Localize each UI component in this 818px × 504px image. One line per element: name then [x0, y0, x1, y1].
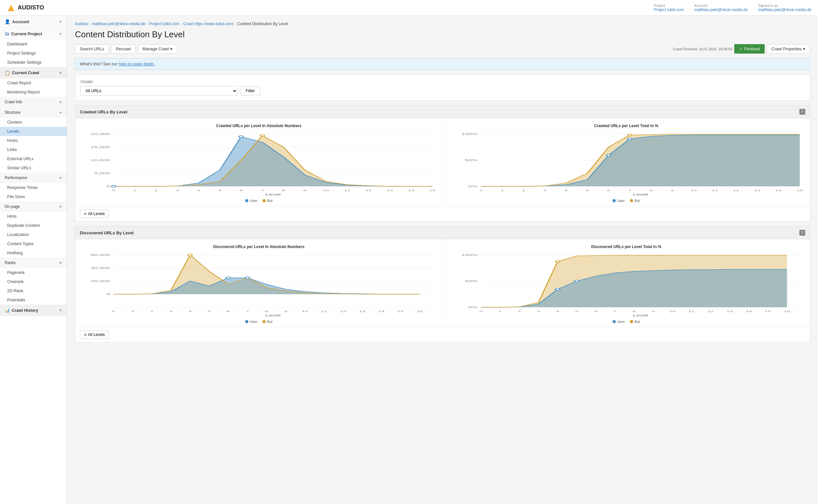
svg-text:9: 9 [671, 189, 674, 192]
sidebar-item-file-sizes[interactable]: File Sizes [0, 192, 67, 201]
sidebar-item-hints[interactable]: Hints [0, 212, 67, 221]
svg-text:12: 12 [707, 310, 714, 313]
checkmark-icon: ✓ [739, 46, 743, 51]
sidebar-item-localization[interactable]: Localization [0, 230, 67, 239]
discovered-absolute-col: Discovered URLs per Level In Absolute Nu… [75, 239, 443, 327]
svg-point-31 [260, 135, 264, 137]
breadcrumb-crawl[interactable]: Crawl https://www.tutkit.com/ [183, 22, 233, 26]
sidebar-structure-header[interactable]: Structure ▼ [0, 107, 67, 118]
sidebar-item-project-settings[interactable]: Project Settings [0, 49, 67, 58]
sidebar-item-clusters[interactable]: Clusters [0, 118, 67, 127]
breadcrumb-project[interactable]: Project tutkit.com [149, 22, 179, 26]
sidebar-item-crawl-report[interactable]: Crawl Report [0, 78, 67, 88]
sidebar-item-potentials[interactable]: Potentials [0, 295, 67, 305]
svg-text:5: 5 [575, 310, 578, 313]
svg-point-85 [188, 254, 192, 256]
svg-text:3: 3 [537, 310, 540, 313]
sidebar-crawl-history-header[interactable]: 📊 Crawl History ▼ [0, 305, 67, 316]
sidebar-item-dashboard[interactable]: Dashboard [0, 40, 67, 49]
sidebar-item-hreflang[interactable]: Hreflang [0, 248, 67, 258]
sidebar-item-scheduler[interactable]: Scheduler Settings [0, 58, 67, 67]
breadcrumb-sep1: › [89, 22, 91, 26]
svg-text:20,000: 20,000 [91, 279, 110, 283]
performance-label: Performance [5, 176, 27, 180]
filter-button[interactable]: Filter [240, 86, 261, 95]
svg-text:8: 8 [282, 189, 285, 192]
sidebar-item-similar-urls[interactable]: Similar URLs [0, 163, 67, 173]
svg-text:11: 11 [321, 310, 327, 313]
sidebar-current-crawl-header[interactable]: 📋 Current Crawl ▼ [0, 67, 67, 78]
onpage-label: On-page [5, 204, 20, 209]
svg-text:50%: 50% [465, 279, 478, 283]
breadcrumb-audisto[interactable]: Audisto [75, 22, 88, 26]
sidebar-item-pagerank[interactable]: Pagerank [0, 268, 67, 277]
svg-point-29 [111, 185, 116, 187]
crawled-percent-title: Crawled URLs per Level Total In % [449, 124, 803, 128]
sidebar-onpage-header[interactable]: On-page ▼ [0, 201, 67, 212]
page-title: Content Distribution By Level [75, 29, 810, 40]
logo-text: AUDISTO [18, 4, 44, 11]
svg-text:1: 1 [501, 189, 504, 192]
project-link[interactable]: Project tutkit.com [654, 8, 684, 12]
finished-button[interactable]: ✓ Finished [734, 44, 764, 54]
discovered-help-badge[interactable]: ? [799, 230, 805, 236]
bot-dot [263, 199, 266, 202]
manage-crawl-button[interactable]: Manage Crawl ▾ [138, 44, 178, 54]
svg-text:5: 5 [208, 310, 211, 313]
crawled-all-levels-button[interactable]: ≡ All Levels [80, 210, 109, 218]
svg-text:Level: Level [633, 314, 648, 317]
sidebar-performance-header[interactable]: Performance ▼ [0, 173, 67, 183]
disc-bot-dot [263, 320, 266, 323]
sidebar-account-header[interactable]: 👤 Account ▼ [0, 16, 67, 27]
sidebar-item-content-types[interactable]: Content Types [0, 239, 67, 248]
main-content: Audisto › matthias.petri@4eck-media.de ›… [67, 16, 818, 504]
svg-text:13: 13 [359, 310, 365, 313]
svg-text:8: 8 [650, 189, 653, 192]
sidebar-item-response-times[interactable]: Response Times [0, 183, 67, 192]
info-link[interactable]: help on page depth. [118, 62, 155, 66]
sidebar-item-levels[interactable]: Levels [0, 127, 67, 136]
chevron-down-icon9: ▼ [59, 309, 62, 312]
disc-bot-label2: Bot [635, 320, 640, 324]
account-link[interactable]: matthias.petri@4eck-media.de [694, 8, 748, 12]
sidebar-item-monitoring[interactable]: Monitoring Report [0, 88, 67, 97]
bot-dot2 [630, 199, 633, 202]
chevron-down-icon3: ▼ [59, 71, 62, 75]
cluster-select[interactable]: All URLs [80, 86, 238, 96]
sidebar-item-cheirank[interactable]: Cheirank [0, 277, 67, 286]
crawled-percent-col: Crawled URLs per Level Total In % 100% 5… [443, 118, 810, 206]
crawled-absolute-chart: 20,000 15,000 10,000 5,000 0 0 1 2 3 4 [82, 131, 436, 196]
svg-text:15: 15 [797, 189, 803, 192]
project-label: Project [654, 4, 684, 8]
svg-text:11: 11 [688, 310, 694, 313]
svg-text:6: 6 [607, 189, 610, 192]
sidebar-project-header[interactable]: 🗂 Current Project ▼ [0, 28, 67, 40]
svg-text:5,000: 5,000 [94, 172, 110, 175]
account-label: Account [694, 4, 748, 8]
breadcrumb-account[interactable]: matthias.petri@4eck-media.de [92, 22, 145, 26]
signedin-link[interactable]: matthias.petri@4eck-media.de [758, 8, 811, 12]
chevron-down-icon8: ▼ [59, 261, 62, 265]
sidebar-crawl-info-header[interactable]: Crawl Info ▼ [0, 97, 67, 107]
discovered-all-levels-button[interactable]: ≡ All Levels [80, 330, 109, 339]
sidebar-item-external-urls[interactable]: External URLs [0, 154, 67, 163]
crawled-absolute-title: Crawled URLs per Level In Absolute Numbe… [82, 124, 436, 128]
disc-user-dot [245, 320, 248, 323]
sidebar-ranks-header[interactable]: Ranks ▼ [0, 258, 67, 268]
crawl-properties-button[interactable]: Crawl Properties ▾ [767, 44, 810, 54]
crawled-help-badge[interactable]: ? [799, 109, 805, 115]
sidebar-item-duplicate-content[interactable]: Duplicate Content [0, 221, 67, 230]
toolbar-left: Search URLs Recrawl Manage Crawl ▾ [75, 44, 177, 54]
sidebar-crawl-history-section: 📊 Crawl History ▼ [0, 305, 67, 316]
sidebar-item-hosts[interactable]: Hosts [0, 136, 67, 145]
crawled-absolute-col: Crawled URLs per Level In Absolute Numbe… [75, 118, 443, 206]
svg-text:0%: 0% [468, 306, 477, 309]
user-dot [245, 199, 248, 202]
svg-text:13: 13 [387, 189, 393, 192]
recrawl-button[interactable]: Recrawl [111, 44, 135, 54]
sidebar-item-2d-rank[interactable]: 2D-Rank [0, 286, 67, 295]
svg-text:40,000: 40,000 [91, 266, 110, 270]
search-urls-button[interactable]: Search URLs [75, 44, 109, 54]
svg-point-30 [239, 136, 243, 138]
sidebar-item-links[interactable]: Links [0, 145, 67, 154]
